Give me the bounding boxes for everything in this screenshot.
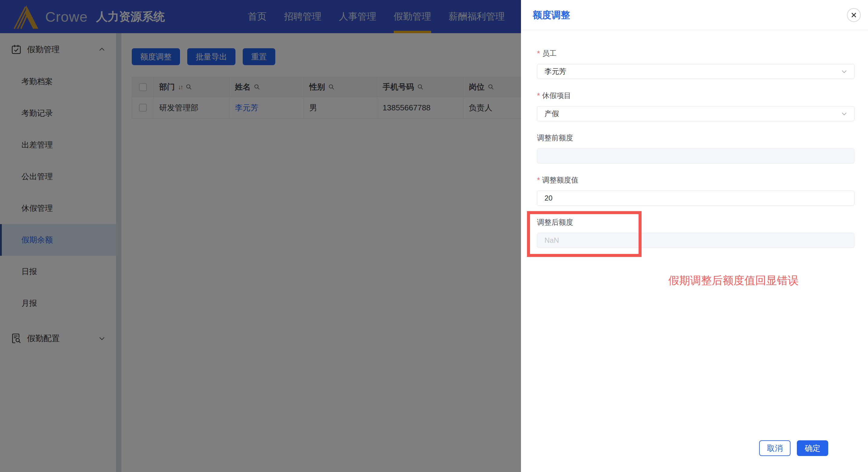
field-label: 调整前额度 — [537, 133, 855, 142]
leave-type-select[interactable]: 产假 — [537, 106, 855, 121]
chevron-down-icon — [841, 68, 847, 75]
cancel-button[interactable]: 取消 — [759, 440, 790, 456]
quota-adjust-drawer: 额度调整 员工 李元芳 休假项目 产假 — [521, 0, 868, 472]
drawer-form: 员工 李元芳 休假项目 产假 调整前额度 — [521, 30, 868, 248]
close-button[interactable] — [847, 8, 861, 22]
quota-after-input — [537, 233, 855, 248]
field-quota-before: 调整前额度 — [537, 133, 855, 164]
adjust-value-input[interactable] — [537, 190, 855, 206]
field-label: 调整额度值 — [537, 176, 855, 184]
confirm-button[interactable]: 确定 — [797, 440, 828, 456]
field-leave-type: 休假项目 产假 — [537, 91, 855, 121]
leave-type-select-value: 产假 — [545, 109, 559, 119]
drawer-header: 额度调整 — [521, 0, 868, 30]
employee-select-value: 李元芳 — [545, 67, 566, 76]
field-adjust-value: 调整额度值 — [537, 176, 855, 206]
field-label: 调整后额度 — [537, 218, 855, 227]
employee-select[interactable]: 李元芳 — [537, 64, 855, 79]
chevron-down-icon — [841, 111, 847, 117]
close-icon — [851, 12, 857, 18]
quota-before-input — [537, 148, 855, 164]
field-employee: 员工 李元芳 — [537, 49, 855, 79]
field-label: 员工 — [537, 49, 855, 58]
drawer-footer: 取消 确定 — [759, 440, 828, 456]
drawer-title: 额度调整 — [533, 9, 570, 22]
app-root: Crowe 人力资源系统 首页 招聘管理 人事管理 假勤管理 薪酬福利管理 假勤… — [0, 0, 868, 472]
bug-annotation-text: 假期调整后额度值回显错误 — [669, 273, 799, 288]
field-quota-after: 调整后额度 — [537, 218, 855, 248]
field-label: 休假项目 — [537, 91, 855, 100]
